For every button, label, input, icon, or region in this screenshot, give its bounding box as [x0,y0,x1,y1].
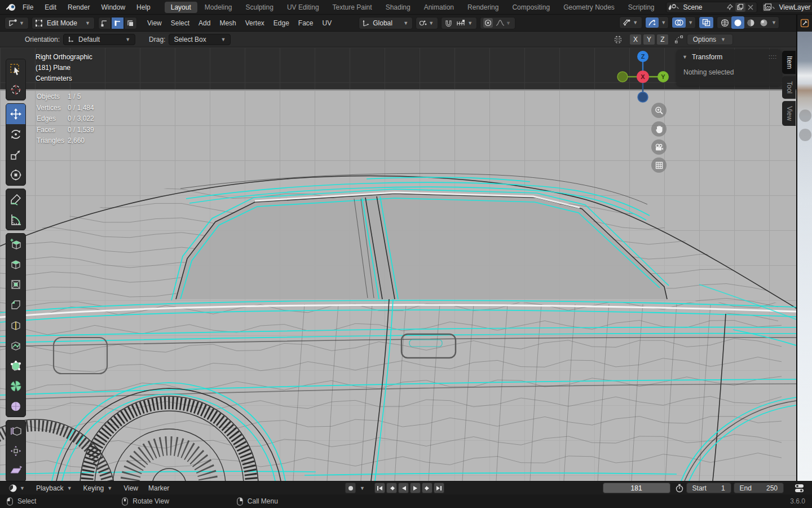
menu-file[interactable]: File [17,0,39,15]
tool-rotate[interactable] [6,124,25,144]
menu-face[interactable]: Face [294,16,318,30]
face-select-toggle[interactable] [124,17,137,29]
tool-spin[interactable] [6,376,25,396]
toggle-perspective-button[interactable] [651,157,667,173]
tool-add-cube[interactable] [6,234,25,254]
tab-sculpting[interactable]: Sculpting [240,2,280,13]
menu-edge[interactable]: Edge [269,16,294,30]
tab-compositing[interactable]: Compositing [506,2,556,13]
transform-orientation-dropdown[interactable]: Global ▼ [359,17,413,29]
menu-playback[interactable]: Playback▼ [31,484,78,492]
play-button[interactable] [410,483,421,493]
jump-to-end-button[interactable] [434,483,444,493]
prev-keyframe-button[interactable] [386,483,397,493]
jump-to-start-button[interactable] [374,483,385,493]
panel-grip[interactable]: :::: [769,54,777,60]
menu-keying[interactable]: Keying▼ [78,484,119,492]
menu-vertex[interactable]: Vertex [241,16,269,30]
menu-help[interactable]: Help [131,0,156,15]
pin-icon[interactable] [725,3,735,12]
tab-animation[interactable]: Animation [418,2,460,13]
auto-keying-dropdown[interactable]: ▼ [357,483,368,493]
pan-button[interactable] [651,121,667,137]
tool-loop-cut[interactable] [6,315,25,335]
secondary-editor-strip[interactable] [796,15,812,481]
menu-uv[interactable]: UV [318,16,337,30]
camera-view-button[interactable] [651,139,667,155]
menu-render[interactable]: Render [62,0,95,15]
proportional-edit-icon[interactable] [483,18,493,28]
navigation-gizmo[interactable]: Z Y X [615,49,671,105]
tool-extrude-region[interactable] [6,254,25,274]
menu-select[interactable]: Select [166,16,194,30]
scene-browse-icon[interactable] [668,3,680,11]
car-wireframe-mesh[interactable] [0,47,796,481]
options-dropdown[interactable]: Options ▼ [687,34,733,45]
next-keyframe-button[interactable] [422,483,433,493]
tool-transform[interactable] [6,165,25,185]
tab-uv-editing[interactable]: UV Editing [281,2,325,13]
unlink-scene-icon[interactable] [745,3,756,12]
current-frame-field[interactable]: 181 [603,483,670,493]
drag-dropdown[interactable]: Select Box ▼ [169,34,231,45]
snap-target-icon[interactable] [456,19,466,27]
tab-item[interactable]: Item [782,51,796,74]
magnet-icon[interactable] [444,19,453,27]
new-scene-icon[interactable] [735,3,745,12]
mirror-y-button[interactable]: Y [643,34,655,45]
tool-shear[interactable] [6,461,25,481]
start-frame-field[interactable]: Start1 [686,483,731,493]
tool-annotate[interactable] [6,189,25,209]
vertex-select-toggle[interactable] [98,17,111,29]
tool-shrink-fatten[interactable] [6,441,25,461]
menu-view[interactable]: View [143,16,166,30]
tool-edge-slide[interactable] [6,421,25,441]
menu-marker[interactable]: Marker [143,484,174,492]
viewport-3d[interactable]: Right Orthographic (181) Plane Centimete… [0,47,796,481]
overlays-toggle[interactable] [672,17,686,28]
overlays-dropdown[interactable]: ▼ [686,20,695,25]
timeline-editor-type-button[interactable]: ▼ [3,484,31,493]
falloff-curve-icon[interactable] [496,19,505,27]
menu-edit[interactable]: Edit [39,0,62,15]
tool-measure[interactable] [6,209,25,230]
tool-poly-build[interactable] [6,356,25,376]
orientation-dropdown[interactable]: Default ▼ [63,34,135,45]
menu-timeline-view[interactable]: View [118,484,143,492]
tool-scale[interactable] [6,144,25,165]
shading-material-toggle[interactable] [744,16,757,29]
edge-select-toggle[interactable] [111,17,124,29]
auto-keying-button[interactable] [345,483,356,493]
tool-smooth[interactable] [6,396,25,417]
tool-inset-faces[interactable] [6,274,25,295]
mirror-x-button[interactable]: X [629,34,642,45]
tab-rendering[interactable]: Rendering [461,2,505,13]
tab-geometry-nodes[interactable]: Geometry Nodes [557,2,621,13]
tool-cursor[interactable] [6,80,25,100]
pivot-point-dropdown[interactable]: ▼ [416,17,438,29]
mirror-z-button[interactable]: Z [656,34,669,45]
menu-window[interactable]: Window [95,0,131,15]
mode-dropdown[interactable]: Edit Mode ▼ [32,17,95,29]
shading-wireframe-toggle[interactable] [718,16,731,29]
viewlayer-name[interactable]: ViewLayer [776,3,812,11]
tool-select-box[interactable] [6,59,25,80]
shading-rendered-toggle[interactable] [757,16,770,29]
viewlayer-browse-icon[interactable] [764,3,776,11]
gizmo-y-neg-axis[interactable] [617,72,628,82]
play-reverse-button[interactable] [398,483,409,493]
xray-toggle[interactable] [699,16,714,29]
tab-texture-paint[interactable]: Texture Paint [326,2,378,13]
tool-move[interactable] [6,104,25,124]
editor-type-button[interactable]: ▼ [5,17,29,29]
zoom-button[interactable] [651,103,667,118]
blender-logo-icon[interactable] [6,3,17,12]
menu-mesh[interactable]: Mesh [215,16,240,30]
gizmos-toggle[interactable] [646,17,659,28]
panel-collapse-icon[interactable]: ▼ [681,54,689,60]
scene-name[interactable]: Scene [680,3,725,11]
gizmo-z-neg-axis[interactable] [638,92,648,102]
tab-shading[interactable]: Shading [379,2,417,13]
show-gizmo-dropdown[interactable]: ▼ [619,16,642,29]
strip-zoom-icon[interactable] [799,110,811,122]
